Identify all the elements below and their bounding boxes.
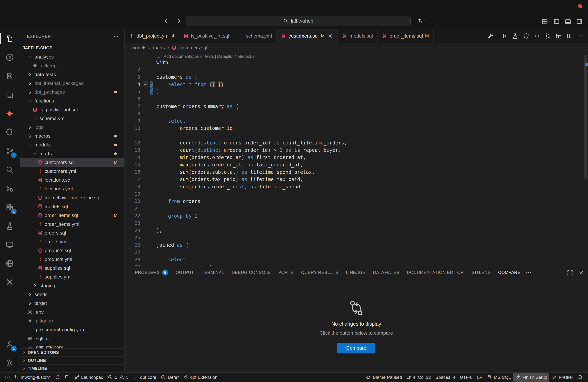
tree-item-is-positive-int-sql[interactable]: is_positive_int.sql [20, 105, 125, 114]
tree-item--env[interactable]: .env [20, 308, 125, 316]
section-outline[interactable]: OUTLINE [20, 356, 125, 364]
activity-accounts[interactable]: 1 [0, 335, 20, 354]
tree-item-locations-sql[interactable]: locations.sql [20, 176, 125, 184]
activity-extensions[interactable]: 1 [0, 198, 20, 217]
tree-item-locations-yml[interactable]: !locations.yml [20, 184, 125, 193]
activity-remote-explorer[interactable] [0, 235, 20, 254]
tree-item-orders-yml[interactable]: !orders.yml [20, 237, 125, 246]
activity-marketplace[interactable] [0, 273, 20, 291]
code-line-12[interactable]: 12 count(distinct orders.order_id) as co… [125, 139, 588, 147]
breadcrumb-item[interactable]: customers.sql [172, 45, 207, 51]
lint-button[interactable] [523, 33, 529, 39]
close-icon[interactable] [328, 33, 333, 38]
tree-item-marts[interactable]: marts [20, 149, 125, 158]
status-encoding[interactable]: UTF-8 [458, 373, 475, 382]
tab-schema-yml[interactable]: !schema.yml [234, 29, 276, 43]
panel-tab-terminal[interactable]: TERMINAL [198, 266, 228, 279]
code-line-3[interactable]: 3customers as ( [125, 74, 588, 81]
tree-item-functions[interactable]: functions [20, 96, 125, 105]
run-tests-button[interactable] [512, 33, 518, 39]
code-line-29[interactable]: 29 customers.*, [125, 263, 588, 266]
code-line-22[interactable]: 22 group by 1 [125, 212, 588, 220]
tree-item-dbt-internal-packages[interactable]: dbt_internal_packages [20, 79, 125, 88]
code-line-20[interactable]: 20 from orders [125, 198, 588, 205]
activity-layers[interactable] [0, 86, 20, 104]
tree-item-target[interactable]: target [20, 299, 125, 308]
code-line-24[interactable]: 24), [125, 227, 588, 234]
tree-item-order-items-sql[interactable]: order_items.sqlM [20, 211, 125, 220]
panel-tab-ports[interactable]: PORTS [274, 266, 297, 279]
status-eol[interactable]: LF [475, 373, 484, 382]
section-timeline[interactable]: TIMELINE [20, 364, 125, 372]
activity-search-editor[interactable] [0, 67, 20, 86]
panel-tab-datamates[interactable]: DATAMATES [369, 266, 403, 279]
code-line-26[interactable]: 26joined as ( [125, 241, 588, 249]
code-line-4[interactable]: 4 select * from {{ }} [125, 81, 588, 88]
nav-back-button[interactable] [164, 18, 170, 24]
inline-add-button[interactable] [143, 81, 148, 87]
status-dbt-core[interactable]: dbt core [131, 373, 159, 382]
status-remote[interactable]: >< [3, 373, 12, 382]
panel-tab-compare[interactable]: COMPARE [494, 266, 524, 279]
activity-settings[interactable] [0, 354, 20, 372]
tree-item-analyses[interactable]: analyses [20, 53, 125, 61]
tree-item-orders-sql[interactable]: orders.sql [20, 229, 125, 237]
tree-item-models[interactable]: models [20, 140, 125, 149]
compile-button[interactable] [534, 33, 540, 39]
panel-tab-output[interactable]: OUTPUT [172, 266, 198, 279]
tree-item-staging[interactable]: staging [20, 281, 125, 290]
code-line-5[interactable]: 5) [125, 88, 588, 96]
more-actions-button[interactable] [578, 33, 584, 39]
panel-tab-query-results[interactable]: QUERY RESULTS [297, 266, 342, 279]
activity-testing[interactable] [0, 217, 20, 235]
code-line-18[interactable]: 18 sum(orders.order_total) as lifetime_s… [125, 183, 588, 191]
activity-explorer[interactable] [0, 29, 20, 48]
activity-ports[interactable] [0, 254, 20, 273]
tree-item-seeds[interactable]: seeds [20, 290, 125, 299]
tree-item-metricflow-time-spine-sql[interactable]: metricflow_time_spine.sql [20, 193, 125, 202]
editor-scrollbar[interactable] [583, 53, 588, 266]
run-query-button[interactable] [501, 33, 507, 39]
status-problems[interactable]: 53 [105, 373, 131, 382]
code-line-21[interactable]: 21 [125, 205, 588, 212]
code-line-14[interactable]: 14 min(orders.ordered_at) as first_order… [125, 154, 588, 161]
tree-item-products-sql[interactable]: products.sql [20, 246, 125, 255]
activity-run-debug[interactable] [0, 179, 20, 198]
status-prettier[interactable]: Prettier [549, 373, 575, 382]
toggle-panel-button[interactable] [565, 18, 571, 25]
code-line-11[interactable]: 11 [125, 132, 588, 139]
status-dbt-extension[interactable]: dbt Extension [181, 373, 220, 382]
tree-item-schema-yml[interactable]: !schema.yml [20, 114, 125, 123]
status-launchpad[interactable]: Launchpad [72, 373, 105, 382]
code-line-25[interactable]: 25 [125, 234, 588, 242]
code-line-15[interactable]: 15 max(orders.ordered_at) as last_ordere… [125, 161, 588, 169]
section-open-editors[interactable]: OPEN EDITORS [20, 348, 125, 356]
nav-forward-button[interactable] [175, 18, 181, 24]
tree-item-order-items-yml[interactable]: !order_items.yml [20, 220, 125, 229]
compare-button[interactable]: Compare [337, 343, 375, 353]
tree-item-customers-yml[interactable]: !customers.yml [20, 167, 125, 176]
code-line-1[interactable]: 1with [125, 59, 588, 66]
panel-tab-documentation-editor[interactable]: DOCUMENTATION EDITOR [403, 266, 468, 279]
breadcrumb-item[interactable]: marts [153, 45, 165, 51]
panel-tab-lineage[interactable]: LINEAGE [342, 266, 369, 279]
tree-item-data-tests[interactable]: data-tests [20, 70, 125, 79]
code-line-7[interactable]: 7customer_orders_summary as ( [125, 103, 588, 110]
tree-item-dbt-packages[interactable]: dbt_packages [20, 88, 125, 96]
code-line-8[interactable]: 8 [125, 110, 588, 117]
code-line-6[interactable]: 6 [125, 95, 588, 103]
panel-more-tabs[interactable] [525, 270, 532, 276]
tree-item-products-yml[interactable]: !products.yml [20, 255, 125, 264]
status-branch[interactable]: mwong-fusion* [12, 373, 53, 382]
share-button[interactable] [417, 18, 427, 24]
tree-item-macros[interactable]: macros [20, 132, 125, 140]
code-line-10[interactable]: 10 orders.customer_id, [125, 124, 588, 132]
tree-item--gitkeep[interactable]: .gitkeep [20, 61, 125, 70]
tree-item--sqlfluffignore[interactable]: .sqlfluffignore [20, 343, 125, 348]
status-finish-setup[interactable]: Finish Setup [513, 373, 549, 382]
activity-run[interactable] [0, 48, 20, 67]
breadcrumb-item[interactable]: models [131, 45, 147, 51]
toggle-sidebar-right-button[interactable] [576, 18, 583, 25]
panel-tab-debug-console[interactable]: DEBUG CONSOLE [228, 266, 274, 279]
code-editor[interactable]: … | Add documentation or tests | Datapil… [125, 53, 588, 266]
